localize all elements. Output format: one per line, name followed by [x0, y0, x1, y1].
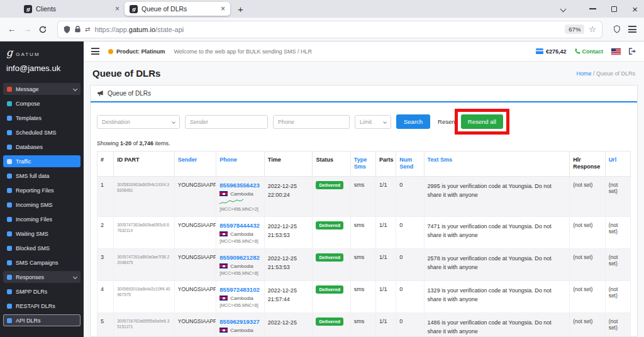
- sidebar-toggle-icon[interactable]: [91, 48, 99, 55]
- forward-icon[interactable]: →: [23, 25, 31, 34]
- sidebar-item-smpp-dlrs[interactable]: SMPP DLRs: [3, 285, 80, 297]
- sidebar-item-traffic[interactable]: Traffic: [3, 155, 80, 167]
- back-icon[interactable]: ←: [8, 25, 16, 34]
- sidebar-item-templates[interactable]: Templates: [3, 112, 80, 124]
- cell-id-part: 3005747261a860a0ae7f36.22048475: [114, 248, 175, 280]
- cell-status: Delivered: [313, 312, 350, 336]
- sidebar-item-incoming-files[interactable]: Incoming Files: [3, 213, 80, 225]
- cell-time: 2022-12-25: [264, 312, 313, 336]
- cell-text-sms: 1486 is your verification code at Youngs…: [424, 312, 570, 336]
- sidebar-item-databases[interactable]: Databases: [3, 141, 80, 153]
- phone-link[interactable]: 855962919327: [219, 318, 261, 325]
- breadcrumb-home-link[interactable]: Home: [576, 70, 591, 77]
- lock-icon[interactable]: [75, 26, 80, 33]
- tab-close-icon[interactable]: ×: [115, 5, 119, 13]
- sidebar-item-sms-full-data[interactable]: SMS full data: [3, 170, 80, 182]
- column-header-phone[interactable]: Phone: [216, 152, 265, 177]
- cell-time: 2022-12-25 22:00:24: [264, 176, 313, 216]
- sidebar-item-message[interactable]: Message: [3, 83, 80, 95]
- sender-input[interactable]: [185, 115, 268, 129]
- cell-status: Delivered: [313, 176, 350, 216]
- cell-sender: YOUNGSIAAPP: [174, 176, 216, 216]
- column-header-type-sms[interactable]: Type Sms: [350, 152, 375, 177]
- close-window-icon[interactable]: ×: [632, 4, 638, 14]
- logout-icon[interactable]: [629, 48, 636, 55]
- cell-index: 2: [97, 216, 114, 248]
- cell-id-part: 3005716762a65f55a9a9e6.35151271: [114, 312, 175, 336]
- column-header-text-sms[interactable]: Text Sms: [424, 152, 570, 177]
- dlr-table-body: 1 3005816963a6b594c191f4.38308461 YOUNGS…: [97, 176, 631, 336]
- restore-window-icon[interactable]: [611, 6, 617, 12]
- cell-url: (not set): [605, 312, 630, 336]
- contact-link[interactable]: Contact: [575, 48, 604, 55]
- cell-hlr-response: (not set): [570, 216, 605, 248]
- cell-num-send: 0: [396, 312, 424, 336]
- app-topbar: Product: Platinum Welcome to the web app…: [84, 41, 644, 62]
- api-dlrs-icon: [7, 318, 12, 323]
- phone-input[interactable]: [273, 115, 350, 129]
- list-tabs-chevron-icon[interactable]: [560, 6, 567, 12]
- minimize-icon[interactable]: [589, 8, 596, 9]
- phone-link[interactable]: 855978444432: [219, 222, 261, 229]
- search-button[interactable]: Search: [396, 114, 430, 129]
- phone-link[interactable]: 855972483102: [219, 286, 261, 293]
- tab-close-icon[interactable]: ×: [221, 5, 225, 13]
- cell-parts: 1/1: [376, 248, 396, 280]
- sidebar-item-waiting-sms[interactable]: Waiting SMS: [3, 228, 80, 240]
- sidebar-item-restapi-dlrs[interactable]: RESTAPI DLRs: [3, 300, 80, 312]
- sidebar-item-incoming-sms[interactable]: Incoming SMS: [3, 199, 80, 211]
- tracking-shield-icon[interactable]: [64, 26, 70, 33]
- protections-shield-icon[interactable]: [613, 25, 621, 33]
- cell-type-sms: sms: [350, 176, 375, 216]
- sidebar-item-api-dlrs[interactable]: API DLRs: [3, 314, 80, 326]
- limit-select[interactable]: Limit: [355, 115, 391, 129]
- sidebar-item-compose[interactable]: Compose: [3, 97, 80, 109]
- browser-tab-queue-of-dlrs[interactable]: g Queue of DLRs ×: [125, 2, 230, 16]
- sidebar-item-sms-campaigns[interactable]: SMS Campaigns: [3, 257, 80, 268]
- phone-link[interactable]: 855963556423: [219, 182, 261, 189]
- bookmark-star-icon[interactable]: ☆: [589, 25, 596, 34]
- reload-icon[interactable]: [39, 26, 47, 33]
- permissions-icon[interactable]: ⇄: [85, 26, 90, 33]
- wallet-icon: [536, 48, 543, 54]
- sidebar-item-scheduled-sms[interactable]: Scheduled SMS: [3, 126, 80, 138]
- welcome-text: Welcome to the web app for BULK sending …: [174, 48, 312, 55]
- destination-select[interactable]: Destination: [97, 115, 180, 129]
- templates-icon: [7, 116, 12, 121]
- sparkline-chart: [219, 199, 243, 205]
- app-frame: g GATUM info@james.uk Message Compose Te…: [0, 41, 644, 337]
- sms-campaigns-icon: [7, 260, 12, 265]
- cell-num-send: 0: [396, 248, 424, 280]
- sidebar: g GATUM info@james.uk Message Compose Te…: [0, 41, 84, 337]
- cell-phone: 855972483102 Cambodia [MCC=456,MNC=8]: [216, 280, 265, 312]
- new-tab-button[interactable]: +: [230, 4, 251, 14]
- browser-tab-clients[interactable]: g Clients ×: [19, 2, 125, 16]
- cell-hlr-response: (not set): [570, 312, 605, 336]
- product-label: Product: Platinum: [108, 48, 165, 55]
- column-header-num-send[interactable]: Num Send: [396, 152, 424, 177]
- smpp-dlrs-icon: [7, 289, 12, 294]
- resend-all-button[interactable]: Resend all: [461, 114, 503, 129]
- cell-type-sms: sms: [350, 248, 375, 280]
- balance-display[interactable]: €275,42: [536, 48, 567, 55]
- tab-strip: g Clients × g Queue of DLRs ×: [19, 0, 230, 18]
- sidebar-item-reporting-files[interactable]: Reporting Files: [3, 184, 80, 196]
- sidebar-item-blocked-sms[interactable]: Blocked SMS: [3, 242, 80, 254]
- column-header-sender[interactable]: Sender: [174, 152, 216, 177]
- cell-text-sms: 2578 is your verification code at Youngs…: [424, 248, 570, 280]
- cambodia-flag-icon: [219, 328, 228, 333]
- cell-time: 2022-12-25 21:53:53: [264, 248, 313, 280]
- browser-menu-icon[interactable]: [628, 26, 636, 33]
- column-header-url[interactable]: Url: [605, 152, 630, 177]
- phone-link[interactable]: 855909621282: [219, 254, 261, 261]
- language-flag-icon[interactable]: [611, 48, 621, 55]
- sidebar-item-responses[interactable]: Responses: [3, 271, 80, 283]
- dlr-table-container: # ID PART Sender Phone Time Status Type …: [91, 151, 637, 336]
- cell-id-part: 3005747363a660ba65f3c6.67632114: [114, 216, 175, 248]
- country-label: Cambodia: [219, 328, 261, 333]
- zoom-level-indicator[interactable]: 67%: [565, 25, 584, 34]
- phone-icon: [575, 48, 580, 54]
- cell-url: (not set): [605, 280, 630, 312]
- url-field[interactable]: ⇄ https://app.gatum.io/state-api 67% ☆: [58, 21, 602, 38]
- cell-url: (not set): [605, 248, 630, 280]
